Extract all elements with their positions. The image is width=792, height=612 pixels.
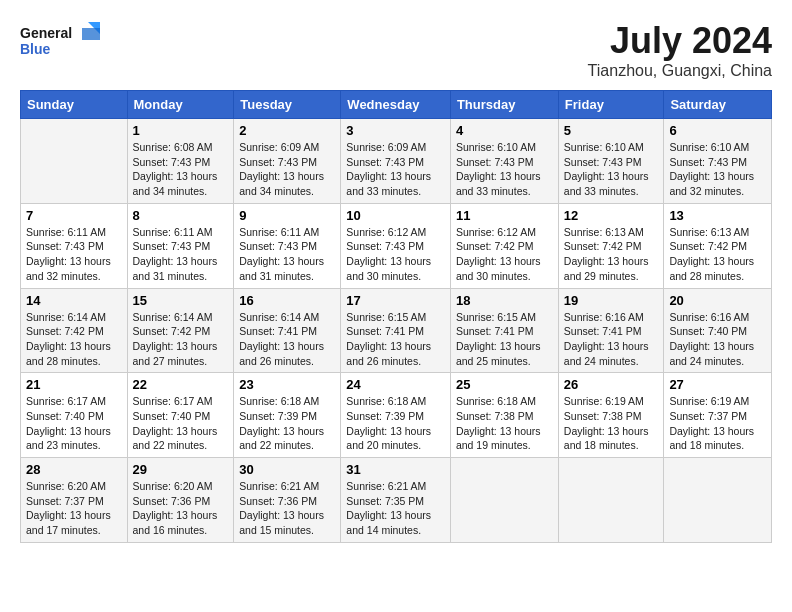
cell-info: Sunrise: 6:12 AMSunset: 7:42 PMDaylight:… xyxy=(456,225,553,284)
calendar-cell: 20Sunrise: 6:16 AMSunset: 7:40 PMDayligh… xyxy=(664,288,772,373)
calendar-cell: 18Sunrise: 6:15 AMSunset: 7:41 PMDayligh… xyxy=(450,288,558,373)
cell-info: Sunrise: 6:17 AMSunset: 7:40 PMDaylight:… xyxy=(26,394,122,453)
date-number: 8 xyxy=(133,208,229,223)
calendar-cell: 14Sunrise: 6:14 AMSunset: 7:42 PMDayligh… xyxy=(21,288,128,373)
date-number: 27 xyxy=(669,377,766,392)
cell-info: Sunrise: 6:10 AMSunset: 7:43 PMDaylight:… xyxy=(456,140,553,199)
calendar-cell xyxy=(450,458,558,543)
cell-info: Sunrise: 6:10 AMSunset: 7:43 PMDaylight:… xyxy=(669,140,766,199)
cell-info: Sunrise: 6:13 AMSunset: 7:42 PMDaylight:… xyxy=(564,225,659,284)
cell-info: Sunrise: 6:08 AMSunset: 7:43 PMDaylight:… xyxy=(133,140,229,199)
day-header-sunday: Sunday xyxy=(21,91,128,119)
cell-info: Sunrise: 6:16 AMSunset: 7:40 PMDaylight:… xyxy=(669,310,766,369)
day-header-friday: Friday xyxy=(558,91,664,119)
svg-text:General: General xyxy=(20,25,72,41)
date-number: 4 xyxy=(456,123,553,138)
calendar-cell: 10Sunrise: 6:12 AMSunset: 7:43 PMDayligh… xyxy=(341,203,451,288)
date-number: 15 xyxy=(133,293,229,308)
calendar-cell: 17Sunrise: 6:15 AMSunset: 7:41 PMDayligh… xyxy=(341,288,451,373)
cell-info: Sunrise: 6:14 AMSunset: 7:42 PMDaylight:… xyxy=(133,310,229,369)
cell-info: Sunrise: 6:11 AMSunset: 7:43 PMDaylight:… xyxy=(133,225,229,284)
calendar-cell: 12Sunrise: 6:13 AMSunset: 7:42 PMDayligh… xyxy=(558,203,664,288)
cell-info: Sunrise: 6:18 AMSunset: 7:38 PMDaylight:… xyxy=(456,394,553,453)
calendar-cell: 31Sunrise: 6:21 AMSunset: 7:35 PMDayligh… xyxy=(341,458,451,543)
cell-info: Sunrise: 6:21 AMSunset: 7:36 PMDaylight:… xyxy=(239,479,335,538)
calendar-cell: 24Sunrise: 6:18 AMSunset: 7:39 PMDayligh… xyxy=(341,373,451,458)
date-number: 18 xyxy=(456,293,553,308)
calendar-cell: 1Sunrise: 6:08 AMSunset: 7:43 PMDaylight… xyxy=(127,119,234,204)
calendar-cell: 9Sunrise: 6:11 AMSunset: 7:43 PMDaylight… xyxy=(234,203,341,288)
date-number: 31 xyxy=(346,462,445,477)
calendar-cell: 13Sunrise: 6:13 AMSunset: 7:42 PMDayligh… xyxy=(664,203,772,288)
date-number: 11 xyxy=(456,208,553,223)
calendar-body: 1Sunrise: 6:08 AMSunset: 7:43 PMDaylight… xyxy=(21,119,772,543)
cell-info: Sunrise: 6:20 AMSunset: 7:37 PMDaylight:… xyxy=(26,479,122,538)
cell-info: Sunrise: 6:13 AMSunset: 7:42 PMDaylight:… xyxy=(669,225,766,284)
calendar-cell: 11Sunrise: 6:12 AMSunset: 7:42 PMDayligh… xyxy=(450,203,558,288)
cell-info: Sunrise: 6:16 AMSunset: 7:41 PMDaylight:… xyxy=(564,310,659,369)
cell-info: Sunrise: 6:12 AMSunset: 7:43 PMDaylight:… xyxy=(346,225,445,284)
day-header-thursday: Thursday xyxy=(450,91,558,119)
calendar-cell xyxy=(558,458,664,543)
cell-info: Sunrise: 6:18 AMSunset: 7:39 PMDaylight:… xyxy=(346,394,445,453)
date-number: 21 xyxy=(26,377,122,392)
calendar-cell: 2Sunrise: 6:09 AMSunset: 7:43 PMDaylight… xyxy=(234,119,341,204)
calendar-cell: 22Sunrise: 6:17 AMSunset: 7:40 PMDayligh… xyxy=(127,373,234,458)
cell-info: Sunrise: 6:17 AMSunset: 7:40 PMDaylight:… xyxy=(133,394,229,453)
cell-info: Sunrise: 6:11 AMSunset: 7:43 PMDaylight:… xyxy=(239,225,335,284)
calendar-cell: 6Sunrise: 6:10 AMSunset: 7:43 PMDaylight… xyxy=(664,119,772,204)
calendar-cell: 29Sunrise: 6:20 AMSunset: 7:36 PMDayligh… xyxy=(127,458,234,543)
cell-info: Sunrise: 6:09 AMSunset: 7:43 PMDaylight:… xyxy=(239,140,335,199)
date-number: 24 xyxy=(346,377,445,392)
calendar-cell: 21Sunrise: 6:17 AMSunset: 7:40 PMDayligh… xyxy=(21,373,128,458)
date-number: 25 xyxy=(456,377,553,392)
calendar-header-row: SundayMondayTuesdayWednesdayThursdayFrid… xyxy=(21,91,772,119)
cell-info: Sunrise: 6:10 AMSunset: 7:43 PMDaylight:… xyxy=(564,140,659,199)
calendar-week-5: 28Sunrise: 6:20 AMSunset: 7:37 PMDayligh… xyxy=(21,458,772,543)
day-header-monday: Monday xyxy=(127,91,234,119)
svg-text:Blue: Blue xyxy=(20,41,51,57)
cell-info: Sunrise: 6:15 AMSunset: 7:41 PMDaylight:… xyxy=(346,310,445,369)
cell-info: Sunrise: 6:14 AMSunset: 7:42 PMDaylight:… xyxy=(26,310,122,369)
cell-info: Sunrise: 6:20 AMSunset: 7:36 PMDaylight:… xyxy=(133,479,229,538)
calendar-cell: 4Sunrise: 6:10 AMSunset: 7:43 PMDaylight… xyxy=(450,119,558,204)
date-number: 9 xyxy=(239,208,335,223)
cell-info: Sunrise: 6:09 AMSunset: 7:43 PMDaylight:… xyxy=(346,140,445,199)
cell-info: Sunrise: 6:15 AMSunset: 7:41 PMDaylight:… xyxy=(456,310,553,369)
logo: General Blue xyxy=(20,20,100,60)
calendar-cell: 30Sunrise: 6:21 AMSunset: 7:36 PMDayligh… xyxy=(234,458,341,543)
calendar-cell xyxy=(664,458,772,543)
calendar-cell: 5Sunrise: 6:10 AMSunset: 7:43 PMDaylight… xyxy=(558,119,664,204)
calendar-cell: 3Sunrise: 6:09 AMSunset: 7:43 PMDaylight… xyxy=(341,119,451,204)
date-number: 23 xyxy=(239,377,335,392)
page-header: General Blue July 2024 Tianzhou, Guangxi… xyxy=(20,20,772,80)
svg-marker-3 xyxy=(82,28,100,40)
day-header-tuesday: Tuesday xyxy=(234,91,341,119)
calendar-cell: 8Sunrise: 6:11 AMSunset: 7:43 PMDaylight… xyxy=(127,203,234,288)
date-number: 22 xyxy=(133,377,229,392)
calendar-cell: 15Sunrise: 6:14 AMSunset: 7:42 PMDayligh… xyxy=(127,288,234,373)
date-number: 17 xyxy=(346,293,445,308)
cell-info: Sunrise: 6:21 AMSunset: 7:35 PMDaylight:… xyxy=(346,479,445,538)
calendar-cell: 28Sunrise: 6:20 AMSunset: 7:37 PMDayligh… xyxy=(21,458,128,543)
date-number: 20 xyxy=(669,293,766,308)
calendar-cell: 16Sunrise: 6:14 AMSunset: 7:41 PMDayligh… xyxy=(234,288,341,373)
calendar-week-1: 1Sunrise: 6:08 AMSunset: 7:43 PMDaylight… xyxy=(21,119,772,204)
cell-info: Sunrise: 6:14 AMSunset: 7:41 PMDaylight:… xyxy=(239,310,335,369)
cell-info: Sunrise: 6:19 AMSunset: 7:38 PMDaylight:… xyxy=(564,394,659,453)
calendar-table: SundayMondayTuesdayWednesdayThursdayFrid… xyxy=(20,90,772,543)
calendar-cell: 27Sunrise: 6:19 AMSunset: 7:37 PMDayligh… xyxy=(664,373,772,458)
calendar-cell: 23Sunrise: 6:18 AMSunset: 7:39 PMDayligh… xyxy=(234,373,341,458)
date-number: 13 xyxy=(669,208,766,223)
date-number: 28 xyxy=(26,462,122,477)
location-subtitle: Tianzhou, Guangxi, China xyxy=(588,62,772,80)
date-number: 3 xyxy=(346,123,445,138)
day-header-saturday: Saturday xyxy=(664,91,772,119)
calendar-cell xyxy=(21,119,128,204)
calendar-week-2: 7Sunrise: 6:11 AMSunset: 7:43 PMDaylight… xyxy=(21,203,772,288)
calendar-cell: 19Sunrise: 6:16 AMSunset: 7:41 PMDayligh… xyxy=(558,288,664,373)
day-header-wednesday: Wednesday xyxy=(341,91,451,119)
calendar-week-3: 14Sunrise: 6:14 AMSunset: 7:42 PMDayligh… xyxy=(21,288,772,373)
date-number: 12 xyxy=(564,208,659,223)
date-number: 14 xyxy=(26,293,122,308)
